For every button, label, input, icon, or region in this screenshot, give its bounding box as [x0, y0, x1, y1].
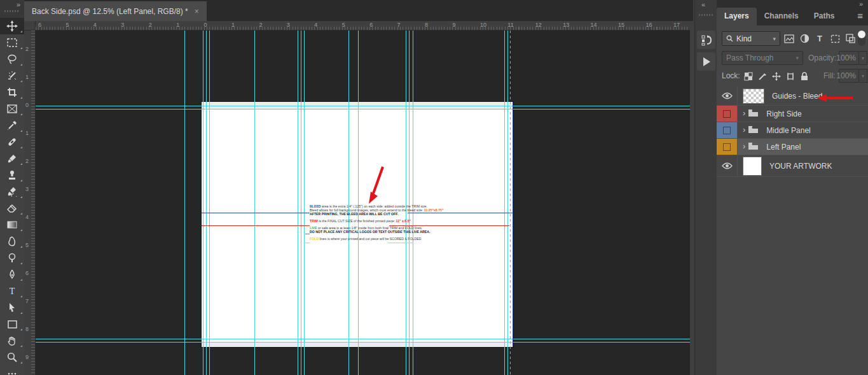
visibility-eye-icon[interactable] [717, 87, 738, 105]
lock-all-icon[interactable] [798, 70, 811, 83]
hand-tool[interactable] [0, 332, 24, 349]
frame-tool[interactable] [0, 101, 24, 117]
collapse-dock-icon[interactable]: « [701, 1, 705, 8]
tab-close-icon[interactable]: × [195, 7, 199, 16]
layers-panel-tabs: LayersChannelsPaths [717, 8, 868, 25]
opacity-value[interactable]: 100% [839, 51, 859, 65]
visibility-empty-icon[interactable] [723, 143, 731, 151]
tools-list: T [0, 18, 24, 375]
h-ruler-number: 5 [342, 22, 345, 28]
fill-chevron-icon[interactable]: ▾ [859, 69, 867, 83]
magic-wand-tool[interactable] [0, 67, 24, 84]
canvas-area[interactable]: BLEED area is the extra 1/4" (.125") on … [36, 31, 690, 375]
visibility-empty-icon[interactable] [723, 127, 731, 134]
clone-stamp-tool[interactable] [0, 167, 24, 183]
eyedropper-tool[interactable] [0, 117, 24, 134]
expand-toolbar-icon[interactable]: » [17, 1, 20, 8]
layer-color-label[interactable] [717, 106, 738, 122]
fold-line-right [388, 243, 413, 243]
path-selection-tool[interactable] [0, 299, 24, 316]
layer-color-label[interactable] [717, 139, 738, 155]
move-tool[interactable] [0, 18, 24, 34]
document-tab[interactable]: Back Side.psd @ 12.5% (Left Panel, RGB/8… [24, 1, 207, 21]
smudge-tool[interactable] [0, 233, 24, 250]
layer-thumbnail[interactable] [743, 157, 762, 176]
layer-row-your-artwork[interactable]: YOUR ARTWORK [717, 155, 868, 177]
guide-vertical [507, 31, 508, 375]
layer-color-label[interactable] [717, 122, 738, 138]
printing-spec-text: BLEED area is the extra 1/4" (.125") on … [310, 204, 415, 241]
filter-toggle[interactable] [858, 31, 865, 46]
search-icon [726, 35, 733, 42]
gradient-tool[interactable] [0, 216, 24, 233]
zoom-tool[interactable] [0, 349, 24, 365]
filter-type-layers-icon[interactable]: T [813, 32, 826, 45]
lock-position-icon[interactable] [770, 70, 783, 83]
blend-mode-dropdown[interactable]: Pass Through ▾ [722, 51, 803, 65]
guide-vertical [184, 31, 185, 375]
layer-thumbnail[interactable] [743, 88, 764, 104]
toolbar-grip[interactable] [4, 10, 20, 12]
group-expand-chevron-icon[interactable]: › [743, 125, 745, 134]
folder-icon [748, 125, 759, 136]
filter-adjustment-layers-icon[interactable] [798, 32, 811, 45]
layer-row-middle-panel[interactable]: ›Middle Panel [717, 122, 868, 139]
kind-filter-dropdown[interactable]: Kind ▾ [722, 31, 780, 46]
opacity-chevron-icon[interactable]: ▾ [859, 51, 867, 65]
type-tool[interactable]: T [0, 283, 24, 299]
history-brush-tool[interactable] [0, 183, 24, 200]
layer-name[interactable]: Guides - Bleed [772, 92, 822, 101]
collapse-panel-icon[interactable]: » [859, 0, 863, 8]
layer-name[interactable]: Left Panel [766, 143, 801, 152]
filter-pixel-layers-icon[interactable] [783, 32, 796, 45]
panel-tab-paths[interactable]: Paths [806, 8, 843, 25]
actions-panel-icon[interactable] [697, 52, 715, 71]
horizontal-ruler[interactable]: 65432101234567891011121314151617 [36, 21, 690, 31]
dodge-tool[interactable] [0, 250, 24, 266]
filter-smart-objects-icon[interactable] [844, 32, 857, 45]
fill-value[interactable]: 100% [839, 69, 859, 83]
ruler-origin-corner[interactable] [24, 21, 36, 31]
lock-artboard-icon[interactable] [784, 70, 797, 83]
spot-healing-tool[interactable] [0, 134, 24, 150]
guide-vertical [504, 31, 505, 375]
h-ruler-number: 13 [563, 22, 569, 28]
tools-panel-header[interactable]: » [0, 0, 24, 18]
group-expand-chevron-icon[interactable]: › [743, 141, 745, 151]
layers-panel-header: » [717, 0, 868, 8]
h-ruler-number: 9 [452, 22, 455, 28]
layer-row-right-side[interactable]: ›Right Side [717, 106, 868, 122]
panel-tab-channels[interactable]: Channels [757, 8, 806, 25]
panel-tab-layers[interactable]: Layers [717, 8, 757, 25]
guide-horizontal [36, 109, 690, 110]
lock-image-pixels-icon[interactable] [756, 70, 769, 83]
rectangle-tool[interactable] [0, 316, 24, 332]
eraser-tool[interactable] [0, 200, 24, 216]
pen-tool[interactable] [0, 266, 24, 283]
h-ruler-number: 6 [369, 22, 373, 28]
brush-tool[interactable] [0, 150, 24, 167]
layer-row-left-panel[interactable]: ›Left Panel [717, 139, 868, 155]
dock-grip[interactable] [699, 14, 713, 16]
spec-text-line: TRIM is the FINAL CUT SIZE of the finish… [310, 219, 415, 223]
vertical-ruler[interactable]: 210123456789 [24, 31, 36, 375]
lasso-tool[interactable] [0, 51, 24, 67]
document-tab-bar: Back Side.psd @ 12.5% (Left Panel, RGB/8… [24, 0, 693, 21]
v-ruler-number: 5 [25, 242, 29, 248]
bleed-line-right [408, 213, 513, 213]
history-panel-icon[interactable] [697, 31, 715, 49]
visibility-eye-icon[interactable] [717, 155, 738, 176]
edit-toolbar[interactable] [0, 365, 24, 375]
layer-name[interactable]: Right Side [766, 110, 801, 118]
filter-shape-layers-icon[interactable] [829, 32, 841, 45]
lock-transparent-pixels-icon[interactable] [742, 70, 755, 83]
crop-tool[interactable] [0, 84, 24, 101]
visibility-empty-icon[interactable] [723, 110, 731, 118]
group-expand-chevron-icon[interactable]: › [743, 108, 745, 118]
h-ruler-number: 7 [397, 22, 401, 28]
guide-vertical [203, 31, 203, 375]
layer-name[interactable]: Middle Panel [766, 126, 810, 135]
layer-name[interactable]: YOUR ARTWORK [769, 162, 832, 171]
rectangular-marquee-tool[interactable] [0, 34, 24, 51]
panel-menu-icon[interactable]: ≡ [857, 10, 863, 21]
